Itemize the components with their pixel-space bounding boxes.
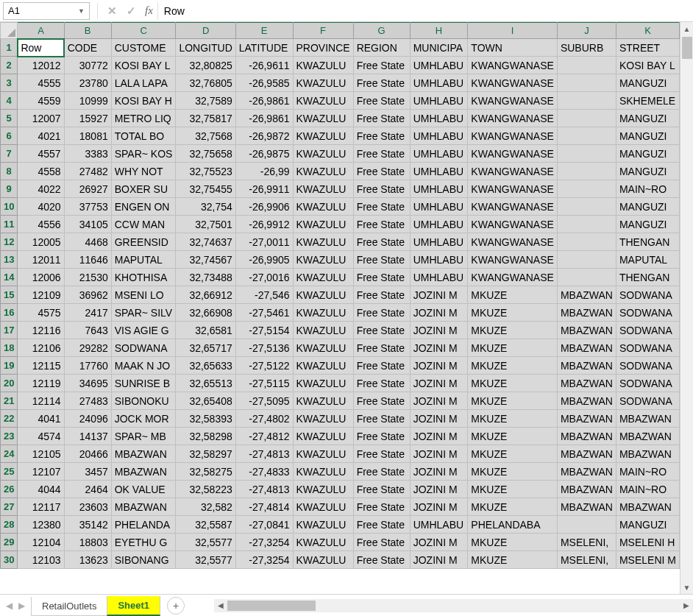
cell-D2[interactable]: 32,80825 — [176, 57, 235, 74]
cell-B22[interactable]: 24096 — [64, 410, 111, 428]
cell-K6[interactable]: MANGUZI — [616, 127, 679, 145]
cell-H28[interactable]: UMHLABU — [410, 516, 468, 534]
cell-K16[interactable]: SODWANA — [616, 304, 679, 322]
cell-B18[interactable]: 29282 — [64, 339, 111, 357]
cell-H24[interactable]: JOZINI M — [410, 445, 468, 463]
row-header-29[interactable]: 29 — [1, 534, 18, 551]
cell-D18[interactable]: 32,65717 — [176, 339, 235, 357]
cell-H12[interactable]: UMHLABU — [410, 233, 468, 251]
col-header-B[interactable]: B — [64, 23, 111, 39]
cell-I15[interactable]: MKUZE — [468, 286, 558, 304]
cell-F15[interactable]: KWAZULU — [293, 286, 353, 304]
cell-B25[interactable]: 3457 — [64, 463, 111, 481]
cell-G9[interactable]: Free State — [353, 180, 410, 198]
cell-K25[interactable]: MAIN~RO — [616, 463, 679, 481]
cell-F7[interactable]: KWAZULU — [293, 145, 353, 163]
cell-K18[interactable]: SODWANA — [616, 339, 679, 357]
cell-A6[interactable]: 4021 — [18, 127, 64, 145]
cell-D17[interactable]: 32,6581 — [176, 322, 235, 339]
cell-E19[interactable]: -27,5122 — [235, 357, 293, 375]
cell-H17[interactable]: JOZINI M — [410, 322, 468, 339]
cell-G10[interactable]: Free State — [353, 198, 410, 216]
cell-H10[interactable]: UMHLABU — [410, 198, 468, 216]
cell-H4[interactable]: UMHLABU — [410, 92, 468, 110]
cell-B2[interactable]: 30772 — [64, 57, 111, 74]
cell-D24[interactable]: 32,58297 — [176, 445, 235, 463]
cell-K15[interactable]: SODWANA — [616, 286, 679, 304]
cell-K2[interactable]: KOSI BAY L — [616, 57, 679, 74]
row-header-11[interactable]: 11 — [1, 216, 18, 233]
cell-C21[interactable]: SIBONOKU — [111, 392, 176, 410]
cell-E7[interactable]: -26,9875 — [235, 145, 293, 163]
cell-G8[interactable]: Free State — [353, 163, 410, 180]
cell-B1[interactable]: CODE — [64, 39, 111, 57]
scroll-track[interactable] — [227, 601, 680, 611]
col-header-D[interactable]: D — [176, 23, 235, 39]
cell-J8[interactable] — [557, 163, 616, 180]
col-header-A[interactable]: A — [18, 23, 64, 39]
cell-D22[interactable]: 32,58393 — [176, 410, 235, 428]
cell-K11[interactable]: MANGUZI — [616, 216, 679, 233]
cell-J21[interactable]: MBAZWAN — [557, 392, 616, 410]
row-header-20[interactable]: 20 — [1, 375, 18, 392]
cell-D4[interactable]: 32,7589 — [176, 92, 235, 110]
cell-H11[interactable]: UMHLABU — [410, 216, 468, 233]
cell-J5[interactable] — [557, 110, 616, 127]
add-sheet-button[interactable]: + — [167, 597, 185, 615]
cell-A21[interactable]: 12114 — [18, 392, 64, 410]
cell-C4[interactable]: KOSI BAY H — [111, 92, 176, 110]
cell-B9[interactable]: 26927 — [64, 180, 111, 198]
cell-J1[interactable]: SUBURB — [557, 39, 616, 57]
cell-E8[interactable]: -26,99 — [235, 163, 293, 180]
row-header-1[interactable]: 1 — [1, 39, 18, 57]
cell-G27[interactable]: Free State — [353, 498, 410, 516]
sheet-tab-retailoutlets[interactable]: RetailOutlets — [31, 597, 107, 616]
col-header-I[interactable]: I — [468, 23, 558, 39]
scroll-left-icon[interactable]: ◀ — [214, 601, 227, 609]
row-header-28[interactable]: 28 — [1, 516, 18, 534]
cell-A27[interactable]: 12117 — [18, 498, 64, 516]
cell-H25[interactable]: JOZINI M — [410, 463, 468, 481]
cell-K27[interactable]: MBAZWAN — [616, 498, 679, 516]
scroll-thumb-h[interactable] — [227, 601, 316, 611]
col-header-J[interactable]: J — [557, 23, 616, 39]
cell-G17[interactable]: Free State — [353, 322, 410, 339]
row-header-17[interactable]: 17 — [1, 322, 18, 339]
cell-G1[interactable]: REGION — [353, 39, 410, 57]
row-header-16[interactable]: 16 — [1, 304, 18, 322]
cell-F22[interactable]: KWAZULU — [293, 410, 353, 428]
cell-F17[interactable]: KWAZULU — [293, 322, 353, 339]
cell-J16[interactable]: MBAZWAN — [557, 304, 616, 322]
cell-I12[interactable]: KWANGWANASE — [468, 233, 558, 251]
row-header-15[interactable]: 15 — [1, 286, 18, 304]
cell-I18[interactable]: MKUZE — [468, 339, 558, 357]
cell-H13[interactable]: UMHLABU — [410, 251, 468, 269]
row-header-7[interactable]: 7 — [1, 145, 18, 163]
cell-E3[interactable]: -26,9585 — [235, 74, 293, 92]
cell-D9[interactable]: 32,75455 — [176, 180, 235, 198]
cell-H30[interactable]: JOZINI M — [410, 551, 468, 569]
cell-J7[interactable] — [557, 145, 616, 163]
cell-B4[interactable]: 10999 — [64, 92, 111, 110]
cell-A16[interactable]: 4575 — [18, 304, 64, 322]
cell-H18[interactable]: JOZINI M — [410, 339, 468, 357]
enter-icon[interactable]: ✓ — [121, 2, 141, 20]
cell-G11[interactable]: Free State — [353, 216, 410, 233]
cell-I6[interactable]: KWANGWANASE — [468, 127, 558, 145]
cell-A23[interactable]: 4574 — [18, 428, 64, 445]
cell-H7[interactable]: UMHLABU — [410, 145, 468, 163]
cell-H8[interactable]: UMHLABU — [410, 163, 468, 180]
row-header-27[interactable]: 27 — [1, 498, 18, 516]
cell-H14[interactable]: UMHLABU — [410, 269, 468, 286]
cell-A22[interactable]: 4041 — [18, 410, 64, 428]
cell-H27[interactable]: JOZINI M — [410, 498, 468, 516]
cell-F1[interactable]: PROVINCE — [293, 39, 353, 57]
cell-I28[interactable]: PHELANDABA — [468, 516, 558, 534]
cell-G19[interactable]: Free State — [353, 357, 410, 375]
row-header-18[interactable]: 18 — [1, 339, 18, 357]
cell-E5[interactable]: -26,9861 — [235, 110, 293, 127]
cell-J6[interactable] — [557, 127, 616, 145]
cell-B29[interactable]: 18803 — [64, 534, 111, 551]
cell-E14[interactable]: -27,0016 — [235, 269, 293, 286]
cell-B23[interactable]: 14137 — [64, 428, 111, 445]
